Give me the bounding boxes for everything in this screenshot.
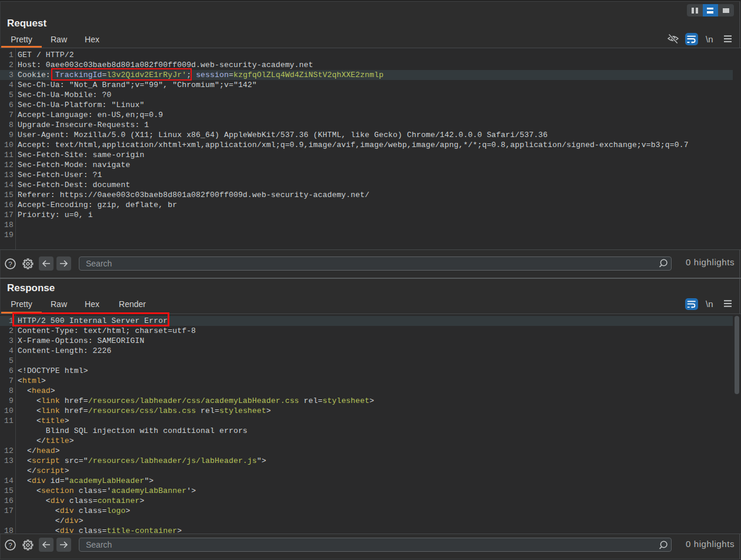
- svg-text:?: ?: [8, 542, 12, 549]
- svg-text:?: ?: [8, 261, 12, 268]
